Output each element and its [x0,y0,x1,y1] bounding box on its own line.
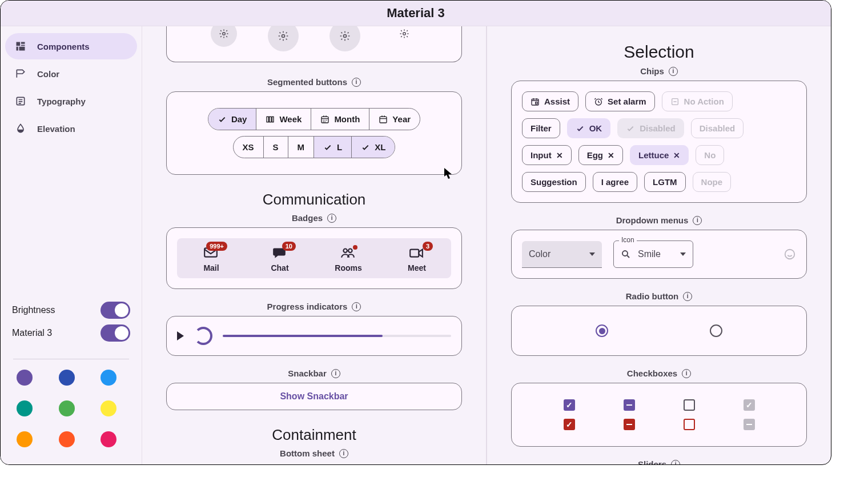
swatch-indigo[interactable] [59,370,75,386]
checkbox-unchecked[interactable] [684,399,695,411]
checkbox-error-checked[interactable] [564,419,575,430]
chip-filter[interactable]: Filter [522,118,560,138]
info-icon[interactable]: i [327,214,336,223]
seg-week[interactable]: Week [256,109,311,130]
checkbox-error-indeterminate[interactable] [624,419,635,430]
seg-m[interactable]: M [288,137,315,158]
info-icon[interactable]: i [693,216,702,225]
sidebar-item-elevation[interactable]: Elevation [5,115,137,142]
search-icon [621,249,631,259]
app-window: Material 3 Components Color [0,0,831,465]
chip-lgtm[interactable]: LGTM [644,172,686,192]
checkbox-primary-checked[interactable] [564,399,575,411]
chip-suggestion[interactable]: Suggestion [522,172,586,192]
seg-l[interactable]: L [314,137,352,158]
svg-point-12 [348,249,352,253]
icon-button-large[interactable] [329,26,360,51]
chip-assist[interactable]: Assist [522,91,578,111]
swatch-blue[interactable] [101,370,116,386]
swatch-orange[interactable] [17,431,33,447]
swatch-green[interactable] [59,400,75,416]
sidebar-item-components[interactable]: Components [5,33,137,59]
tab-label: Meet [408,263,426,272]
close-icon[interactable]: ✕ [673,151,680,159]
swatch-yellow[interactable] [101,400,116,416]
chip-nope: Nope [693,172,732,192]
calendar-icon [379,115,388,124]
snackbar-title: Snackbar i [166,368,462,378]
event-icon [531,97,540,106]
info-icon[interactable]: i [331,369,340,378]
nav-tabs: 999+ Mail 10 Chat [177,238,451,278]
info-icon[interactable]: i [682,369,691,378]
chip-egg[interactable]: Egg✕ [578,145,623,165]
radio-title-text: Radio button [626,291,678,301]
info-icon[interactable]: i [339,449,348,458]
tab-meet[interactable]: 3 Meet [383,238,451,278]
segmented-group-sizes: XS S M L XL [233,136,396,158]
chip-row-input: Input✕ Egg✕ Lettuce✕ No [522,145,796,165]
seg-month[interactable]: Month [311,109,369,130]
chip-label: Filter [531,123,552,133]
radio-option-2[interactable] [710,324,722,337]
left-column[interactable]: Segmented buttons i Day Week Month Year [142,26,487,464]
icon-button-ghost[interactable] [391,26,417,47]
swatch-deep-orange[interactable] [59,431,75,447]
chip-ok[interactable]: OK [567,118,611,138]
check-icon [361,143,370,152]
swatch-purple[interactable] [17,370,33,386]
info-icon[interactable]: i [669,67,678,76]
brightness-switch[interactable] [101,302,130,319]
svg-point-3 [344,35,347,38]
seg-s[interactable]: S [264,137,288,158]
svg-rect-7 [272,117,274,122]
show-snackbar-button[interactable]: Show Snackbar [167,383,461,410]
info-icon[interactable]: i [352,302,361,311]
chevron-down-icon [680,252,686,256]
icon-button-medium[interactable] [268,26,299,51]
check-icon [218,115,227,124]
radio-option-1[interactable] [596,324,608,337]
info-icon[interactable]: i [671,460,680,465]
sliders-title-text: Sliders [638,459,666,464]
alarm-icon [594,97,603,106]
badges-title-text: Badges [292,213,323,223]
seg-xs[interactable]: XS [234,137,264,158]
material3-switch[interactable] [101,324,130,342]
tab-chat[interactable]: 10 Chat [246,238,314,278]
checkbox-error-unchecked[interactable] [684,419,695,430]
close-icon[interactable]: ✕ [608,151,614,159]
tab-mail[interactable]: 999+ Mail [177,238,246,278]
seg-day[interactable]: Day [208,109,257,130]
svg-point-4 [403,33,406,35]
sidebar-item-color[interactable]: Color [5,61,137,87]
swatch-pink[interactable] [101,431,116,447]
seg-year[interactable]: Year [369,109,420,130]
chip-lettuce[interactable]: Lettuce✕ [630,145,689,165]
chip-set-alarm[interactable]: Set alarm [585,91,655,111]
segmented-group-days: Day Week Month Year [208,108,420,130]
seg-xl[interactable]: XL [352,137,395,158]
chip-no: No [696,145,724,165]
chip-disabled: Disabled [691,118,744,138]
video-icon: 3 [409,246,425,260]
sidebar-item-typography[interactable]: Typography [5,88,137,114]
chip-label: Disabled [640,123,676,133]
people-icon [340,246,356,260]
info-icon[interactable]: i [683,292,692,301]
play-button[interactable] [177,331,184,340]
seg-label: Week [279,114,302,124]
icon-button-small[interactable] [211,26,237,47]
swatch-teal[interactable] [17,400,33,416]
checkbox-primary-indeterminate[interactable] [624,399,635,411]
chip-i-agree[interactable]: I agree [593,172,637,192]
tab-rooms[interactable]: Rooms [314,238,383,278]
color-dropdown[interactable]: Color [522,241,602,268]
svg-rect-6 [270,117,271,122]
brightness-label: Brightness [12,305,55,315]
right-column[interactable]: Selection Chips i Assist Set alarm No Ac… [487,26,831,464]
icon-dropdown[interactable]: Smile [613,241,693,268]
chip-input[interactable]: Input✕ [522,145,572,165]
close-icon[interactable]: ✕ [556,151,563,159]
info-icon[interactable]: i [352,78,361,87]
